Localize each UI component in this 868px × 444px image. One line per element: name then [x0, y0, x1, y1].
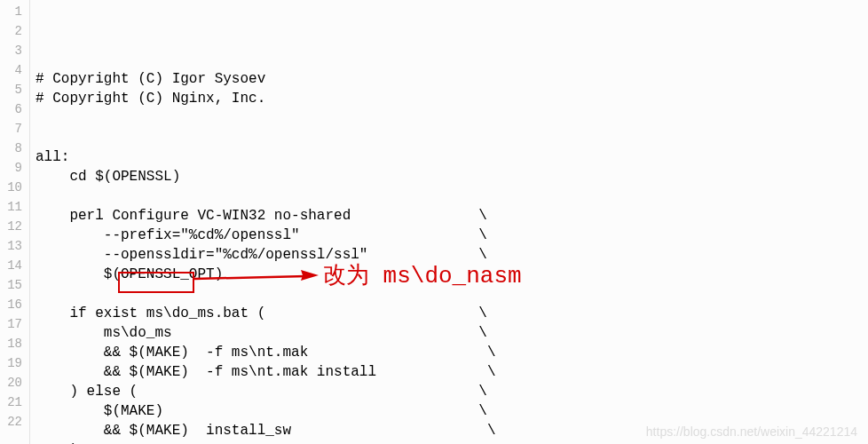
code-line: [36, 128, 868, 147]
code-line: ms\do_ms \: [36, 323, 868, 343]
line-number: 19: [0, 353, 29, 373]
line-number: 20: [0, 373, 29, 392]
code-line: $(MAKE) \: [36, 401, 868, 421]
line-number: 16: [0, 295, 29, 314]
code-editor: 12345678910111213141516171819202122 # Co…: [0, 0, 868, 444]
line-number: 8: [0, 139, 29, 158]
code-line: perl Configure VC-WIN32 no-shared \: [36, 206, 868, 226]
code-line: && $(MAKE) install_sw \: [36, 421, 868, 440]
line-number: 2: [0, 21, 29, 41]
code-line: && $(MAKE) -f ms\nt.mak install \: [36, 362, 868, 382]
code-line: if exist ms\do_ms.bat ( \: [36, 304, 868, 323]
code-line: all:: [36, 147, 868, 167]
code-line: --prefix="%cd%/openssl" \: [36, 226, 868, 245]
line-number: 17: [0, 314, 29, 334]
code-line: && $(MAKE) -f ms\nt.mak \: [36, 343, 868, 362]
line-number: 21: [0, 392, 29, 412]
line-number: 22: [0, 412, 29, 432]
code-line: $(OPENSSL_OPT): [36, 265, 868, 284]
code-line: [36, 284, 868, 304]
code-line: cd $(OPENSSL): [36, 167, 868, 186]
line-number: 10: [0, 178, 29, 197]
code-line: [36, 186, 868, 206]
code-line: --openssldir="%cd%/openssl/ssl" \: [36, 245, 868, 265]
line-number: 12: [0, 217, 29, 236]
code-line: # Copyright (C) Nginx, Inc.: [36, 89, 868, 108]
code-line: # Copyright (C) Igor Sysoev: [36, 69, 868, 89]
line-number: 3: [0, 41, 29, 60]
line-number: 6: [0, 99, 29, 119]
code-line: [36, 50, 868, 69]
line-number-gutter: 12345678910111213141516171819202122: [0, 0, 30, 444]
line-number: 9: [0, 158, 29, 178]
line-number: 13: [0, 236, 29, 256]
line-number: 15: [0, 275, 29, 295]
line-number: 5: [0, 80, 29, 99]
line-number: 11: [0, 197, 29, 217]
line-number: 4: [0, 60, 29, 80]
code-line: ) else ( \: [36, 382, 868, 401]
line-number: 1: [0, 2, 29, 21]
code-line: ): [36, 440, 868, 444]
line-number: 7: [0, 119, 29, 139]
code-area: # Copyright (C) Igor Sysoev# Copyright (…: [30, 0, 868, 444]
code-line: [36, 108, 868, 128]
line-number: 14: [0, 256, 29, 275]
line-number: 18: [0, 334, 29, 353]
